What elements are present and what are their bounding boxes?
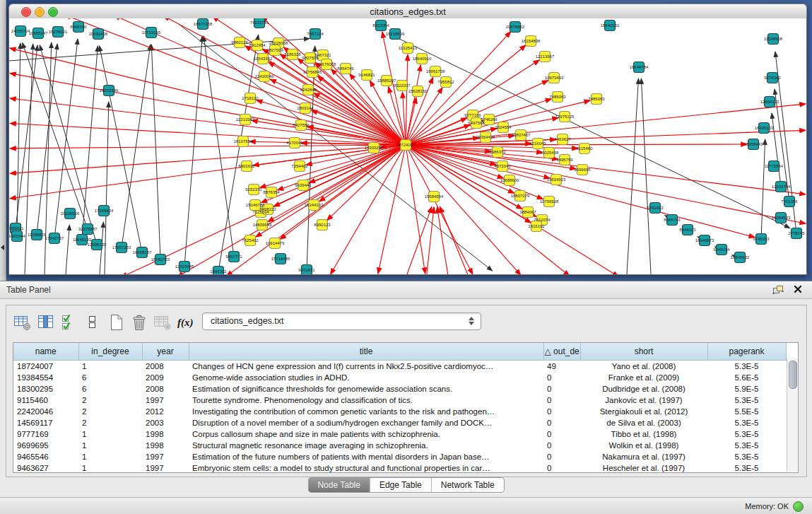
table-cell[interactable]: 14569117 <box>13 417 78 428</box>
table-cell[interactable]: Tourette syndrome. Phenomenology and cla… <box>189 395 543 406</box>
show-column-button[interactable] <box>35 313 57 332</box>
table-cell[interactable]: 1997 <box>142 451 189 462</box>
table-cell[interactable]: 2 <box>78 406 142 417</box>
table-cell[interactable]: 5.3E-5 <box>707 428 786 440</box>
node-table[interactable]: namein_degreeyeartitle△ out_de…shortpage… <box>13 343 787 474</box>
table-cell[interactable]: 1 <box>78 361 142 373</box>
table-cell[interactable]: 5.9E-5 <box>707 383 786 395</box>
table-cell[interactable]: Changes of HCN gene expression and I(f) … <box>189 361 543 373</box>
table-cell[interactable]: Genome-wide association studies in ADHD. <box>189 372 543 383</box>
scrollbar-thumb[interactable] <box>789 361 797 389</box>
delete-button-trash-icon[interactable] <box>129 313 150 332</box>
column-header-out_de[interactable]: △ out_de… <box>543 343 580 361</box>
table-cell[interactable]: Estimation of significance thresholds fo… <box>189 383 543 395</box>
column-header-name[interactable]: name <box>13 343 78 361</box>
table-cell[interactable]: 1997 <box>142 462 189 474</box>
table-cell[interactable]: Disruption of a novel member of a sodium… <box>189 417 543 428</box>
table-cell[interactable]: 0 <box>543 451 580 462</box>
table-cell[interactable]: 22420046 <box>13 406 78 417</box>
table-cell[interactable]: 49 <box>543 361 580 373</box>
table-cell[interactable]: 2012 <box>142 406 189 417</box>
table-cell[interactable]: 2008 <box>142 361 189 373</box>
table-cell[interactable]: 6 <box>78 372 142 383</box>
table-cell[interactable]: 5.3E-5 <box>707 462 786 474</box>
table-cell[interactable]: 9463627 <box>13 462 78 474</box>
row-height-button[interactable] <box>82 313 103 332</box>
table-cell[interactable]: 1 <box>78 462 142 474</box>
table-cell[interactable]: 18300295 <box>13 383 78 395</box>
new-document-button[interactable] <box>105 313 126 332</box>
table-cell[interactable]: 5.3E-5 <box>707 417 786 428</box>
table-cell[interactable]: 9777169 <box>13 428 78 440</box>
network-canvas[interactable]: 2405572410655247152760218466160206914061… <box>8 18 807 275</box>
table-cell[interactable]: Estimation of the future numbers of pati… <box>189 451 543 462</box>
column-header-in_degree[interactable]: in_degree <box>78 343 142 361</box>
table-cell[interactable]: 2009 <box>142 372 189 383</box>
table-cell[interactable]: 0 <box>543 383 580 395</box>
table-cell[interactable]: Stergiakouli et al. (2012) <box>580 406 707 417</box>
table-cell[interactable]: 1 <box>78 440 142 451</box>
table-cell[interactable]: 0 <box>543 372 580 383</box>
network-graph[interactable]: 2405572410655247152760218466160206914061… <box>9 18 806 274</box>
table-cell[interactable]: Nakamura et al. (1997) <box>580 451 707 462</box>
table-row[interactable]: 946362711997Embryonic stem cells: a mode… <box>13 462 786 474</box>
window-minimize-button[interactable] <box>35 7 45 17</box>
table-cell[interactable]: 0 <box>543 428 580 440</box>
table-cell[interactable]: 2008 <box>142 383 189 395</box>
table-cell[interactable]: Dudbridge et al. (2008) <box>580 383 707 395</box>
table-cell[interactable]: Hescheler et al. (1997) <box>580 462 707 474</box>
table-cell[interactable]: Investigating the contribution of common… <box>189 406 543 417</box>
table-row[interactable]: 911546021997Tourette syndrome. Phenomeno… <box>13 395 786 406</box>
float-window-icon[interactable] <box>772 285 784 295</box>
table-cell[interactable]: 6 <box>78 383 142 395</box>
table-cell[interactable]: 1998 <box>142 440 189 451</box>
table-cell[interactable]: 19384554 <box>13 372 78 383</box>
table-cell[interactable]: Embryonic stem cells: a model to study s… <box>189 462 543 474</box>
window-zoom-button[interactable] <box>48 7 58 17</box>
table-cell[interactable]: 1998 <box>142 428 189 440</box>
tab-edge-table[interactable]: Edge Table <box>370 478 431 492</box>
vertical-scrollbar[interactable] <box>787 358 798 472</box>
table-cell[interactable]: 0 <box>543 417 580 428</box>
left-panel-strip[interactable] <box>0 0 6 281</box>
table-row[interactable]: 977716911998Corpus callosum shape and si… <box>13 428 786 440</box>
table-cell[interactable]: Wolkin et al. (1998) <box>580 440 707 451</box>
table-cell[interactable]: de Silva et al. (2003) <box>580 417 707 428</box>
network-table-select[interactable]: citations_edges.txt <box>202 313 481 330</box>
select-columns-button[interactable] <box>59 313 80 332</box>
table-row[interactable]: 946554611997Estimation of the future num… <box>13 451 786 462</box>
table-cell[interactable]: 0 <box>543 440 580 451</box>
table-cell[interactable]: 2 <box>78 417 142 428</box>
table-cell[interactable]: Corpus callosum shape and size in male p… <box>189 428 543 440</box>
table-cell[interactable]: Structural magnetic resonance image aver… <box>189 440 543 451</box>
table-row[interactable]: 1456911722003Disruption of a novel membe… <box>13 417 786 428</box>
table-cell[interactable]: 5.5E-5 <box>707 406 786 417</box>
table-cell[interactable]: Yano et al. (2008) <box>580 361 707 373</box>
table-row[interactable]: 2242004622012Investigating the contribut… <box>13 406 786 417</box>
column-header-pagerank[interactable]: pagerank <box>707 343 786 361</box>
table-cell[interactable]: 5.3E-5 <box>707 440 786 451</box>
table-row[interactable]: 1830029562008Estimation of significance … <box>13 383 786 395</box>
table-cell[interactable]: 0 <box>543 462 580 474</box>
panel-collapse-arrow-icon[interactable] <box>1 245 4 250</box>
table-cell[interactable]: Franke et al. (2009) <box>580 372 707 383</box>
table-cell[interactable]: Jankovic et al. (1997) <box>580 395 707 406</box>
table-settings-button[interactable] <box>12 313 33 332</box>
tab-network-table[interactable]: Network Table <box>431 478 504 492</box>
table-cell[interactable]: 5.3E-5 <box>707 395 786 406</box>
table-cell[interactable]: 0 <box>543 406 580 417</box>
column-header-year[interactable]: year <box>142 343 189 361</box>
table-cell[interactable]: 1 <box>78 428 142 440</box>
network-view-window[interactable]: citations_edges.txt 24055724106552471527… <box>8 4 807 275</box>
table-cell[interactable]: 1997 <box>142 395 189 406</box>
window-titlebar[interactable]: citations_edges.txt <box>8 4 807 20</box>
function-builder-button[interactable]: f(x) <box>175 313 196 332</box>
table-cell[interactable]: 2003 <box>142 417 189 428</box>
column-header-short[interactable]: short <box>580 343 707 361</box>
table-row[interactable]: 969969511998Structural magnetic resonanc… <box>13 440 786 451</box>
table-cell[interactable]: Tibbo et al. (1998) <box>580 428 707 440</box>
window-close-button[interactable] <box>21 7 31 17</box>
table-cell[interactable]: 18724007 <box>13 361 78 373</box>
table-cell[interactable]: 9115460 <box>13 395 78 406</box>
panel-close-icon[interactable] <box>794 285 802 293</box>
